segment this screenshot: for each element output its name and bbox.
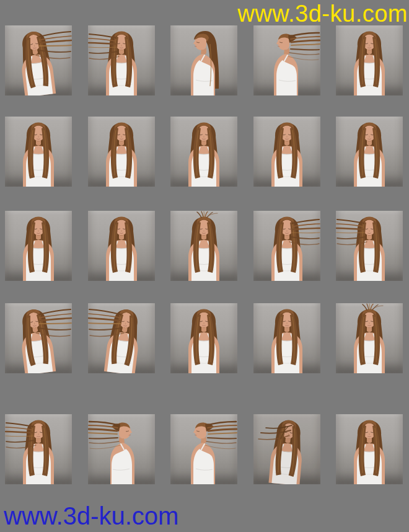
render-thumbnail xyxy=(253,414,320,484)
render-thumbnail xyxy=(88,117,155,187)
render-thumbnail xyxy=(253,25,320,95)
watermark-top: www.3d-ku.com xyxy=(237,2,408,25)
render-thumbnail xyxy=(5,25,72,95)
preview-sheet: www.3d-ku.com www.3d-ku.com xyxy=(0,0,409,532)
render-thumbnail xyxy=(253,303,320,373)
render-thumbnail xyxy=(336,211,403,281)
render-thumbnail xyxy=(5,211,72,281)
render-thumbnail xyxy=(170,414,237,484)
render-thumbnail xyxy=(336,117,403,187)
render-thumbnail xyxy=(5,117,72,187)
render-thumbnail xyxy=(336,414,403,484)
render-thumbnail xyxy=(88,303,155,373)
render-thumbnail xyxy=(170,211,237,281)
watermark-bottom: www.3d-ku.com xyxy=(4,503,178,528)
render-thumbnail xyxy=(170,25,237,95)
render-thumbnail xyxy=(88,211,155,281)
render-thumbnail xyxy=(88,25,155,95)
render-thumbnail xyxy=(88,414,155,484)
render-thumbnail xyxy=(170,117,237,187)
render-thumbnail xyxy=(253,117,320,187)
render-thumbnail xyxy=(170,303,237,373)
render-thumbnail xyxy=(253,211,320,281)
render-thumbnail xyxy=(336,25,403,95)
render-thumbnail xyxy=(336,303,403,373)
render-thumbnail xyxy=(5,303,72,373)
thumbnail-grid xyxy=(5,25,405,485)
render-thumbnail xyxy=(5,414,72,484)
